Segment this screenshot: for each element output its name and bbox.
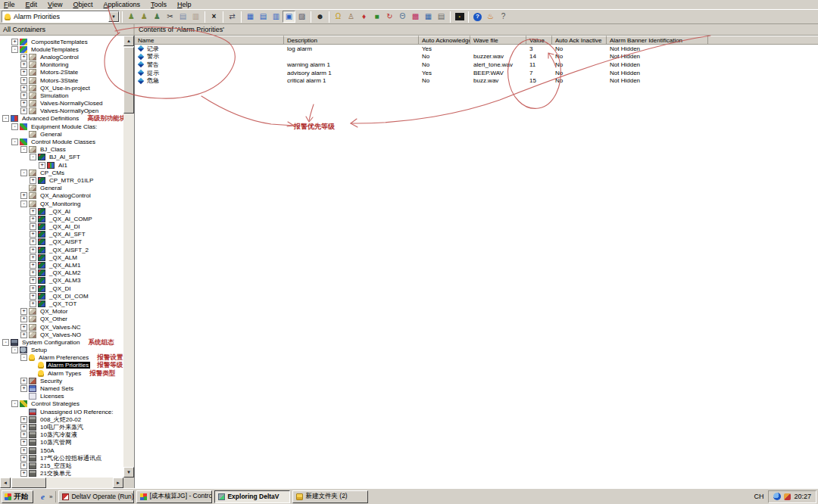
tree-item-qx-aisft[interactable]: +_QX_AISFT — [0, 238, 123, 246]
menu-item-applications[interactable]: Applications — [103, 1, 140, 9]
tree-item-system-configuration[interactable]: -System Configuration系统组态 — [0, 338, 123, 346]
menu-item-object[interactable]: Object — [73, 1, 92, 9]
collapse-icon[interactable]: - — [11, 347, 18, 353]
tree-item-alarm-priorities[interactable]: Alarm Priorities报警等级 — [0, 362, 123, 369]
package-icon[interactable]: ■ — [370, 11, 383, 23]
expand-icon[interactable]: + — [30, 223, 36, 230]
tree-item-valves-normallyclosed[interactable]: +Valves-NormallyClosed — [0, 100, 123, 107]
menu-item-view[interactable]: View — [48, 1, 62, 9]
tree-item-ai1[interactable]: +AI1 — [0, 161, 123, 169]
expand-icon[interactable]: + — [30, 269, 36, 276]
expand-icon[interactable]: + — [30, 262, 36, 269]
tree-item-qx-ai-di[interactable]: +_QX_AI_DI — [0, 223, 123, 231]
grid-red-icon[interactable]: ▩ — [409, 11, 422, 23]
column-header-description[interactable]: Description — [284, 36, 419, 45]
tree-item-named-sets[interactable]: +Named Sets — [0, 384, 123, 392]
quick-launch-expand-icon[interactable]: » — [49, 493, 52, 500]
tree-item-advanced-definitions[interactable]: -Advanced Definitions高级别功能块 — [0, 115, 123, 123]
expand-icon[interactable]: + — [20, 385, 27, 392]
download-user-icon[interactable]: ♟ — [125, 11, 138, 23]
expand-icon[interactable]: + — [30, 231, 36, 238]
collapse-icon[interactable]: - — [11, 46, 18, 53]
tree-item-qx-other[interactable]: +QX_Other — [0, 316, 123, 323]
expand-icon[interactable]: + — [20, 416, 27, 423]
tree-item-150a[interactable]: +150A — [0, 446, 123, 454]
copy-icon[interactable]: ▤ — [176, 11, 189, 23]
tree-item-qx-di[interactable]: +_QX_DI — [0, 285, 123, 292]
scroll-down-button[interactable]: ▼ — [123, 467, 134, 478]
expand-icon[interactable]: + — [30, 238, 36, 245]
expand-icon[interactable]: + — [20, 85, 27, 92]
media-icon[interactable]: ▪ — [453, 11, 466, 23]
tree-item-qx-alm1[interactable]: +_QX_ALM1 — [0, 261, 123, 269]
expand-icon[interactable]: + — [30, 177, 36, 184]
internet-explorer-icon[interactable]: e — [39, 493, 47, 501]
tree-item-qx-tot[interactable]: +_QX_TOT — [0, 300, 123, 307]
tree-item-008-20-02[interactable]: +008_火炬20-02 — [0, 415, 123, 423]
assign-user-icon[interactable]: ♟ — [151, 11, 164, 23]
tree-item-alarm-preferences[interactable]: -Alarm Preferences报警设置 — [0, 354, 123, 362]
history-icon[interactable]: ↻ — [383, 11, 396, 23]
collapse-icon[interactable]: - — [20, 170, 27, 176]
tree-item-analogcontrol[interactable]: +AnalogControl — [0, 53, 123, 61]
collapse-icon[interactable]: - — [2, 339, 9, 346]
expand-icon[interactable]: + — [30, 254, 36, 261]
expand-icon[interactable]: + — [20, 61, 27, 68]
tree-item-control-module-classes[interactable]: -Control Module Classes — [0, 138, 123, 145]
expand-icon[interactable]: + — [20, 308, 27, 315]
collapse-icon[interactable]: - — [11, 123, 18, 130]
column-header-wave-file[interactable]: Wave file — [470, 36, 526, 45]
column-header-name[interactable]: Name — [135, 36, 284, 45]
table-row-item[interactable]: 提示advisory alarm 1YesBEEP.WAV7NoNot Hidd… — [135, 69, 818, 77]
tree-item-10[interactable]: +10蒸汽管网 — [0, 439, 123, 446]
grid-blue-icon[interactable]: ▦ — [422, 11, 435, 23]
expand-icon[interactable]: + — [20, 424, 27, 431]
tree-item-bj-class[interactable]: -BJ_Class — [0, 146, 123, 154]
taskbar-button-jg-control[interactable]: [成本核算JG] - Control ... — [136, 490, 212, 503]
tree-item-valves-normallyopen[interactable]: +Valves-NormallyOpen — [0, 107, 123, 115]
tree-item-cp-mtr-01ilp[interactable]: +CP_MTR_01ILP — [0, 176, 123, 184]
taskbar-button-exploring-deltav[interactable]: Exploring DeltaV — [214, 490, 290, 503]
language-indicator[interactable]: CH — [751, 493, 766, 500]
vertical-scroll-thumb[interactable] — [123, 47, 134, 114]
expand-icon[interactable]: + — [20, 54, 27, 61]
tree-item-unassigned-i-o-reference[interactable]: Unassigned I/O Reference: — [0, 408, 123, 415]
expand-icon[interactable]: + — [30, 300, 36, 307]
expand-icon[interactable]: + — [30, 277, 36, 284]
paste-icon[interactable]: ▥ — [189, 11, 202, 23]
tree-item-qx-alm2[interactable]: +_QX_ALM2 — [0, 269, 123, 277]
help-icon[interactable]: ? — [471, 11, 484, 23]
scroll-up-button[interactable]: ▲ — [123, 36, 134, 46]
expand-icon[interactable]: + — [20, 69, 27, 76]
tree-item-monitoring[interactable]: +Monitoring — [0, 61, 123, 69]
filter-view-icon[interactable]: ▨ — [295, 11, 308, 23]
network-globe-icon[interactable] — [773, 493, 781, 500]
expand-icon[interactable]: + — [20, 462, 27, 469]
collapse-icon[interactable]: - — [20, 146, 27, 153]
tree-item-setup[interactable]: -Setup — [0, 347, 123, 354]
tree-item-general[interactable]: General — [0, 185, 123, 192]
tree-item-qx-ai-sft[interactable]: +_QX_AI_SFT — [0, 231, 123, 238]
expand-icon[interactable]: + — [20, 331, 27, 338]
expand-icon[interactable]: + — [20, 77, 27, 84]
tree-item-qx-analogcontrol[interactable]: +QX_AnalogControl — [0, 192, 123, 200]
tree-item-qx-valves-no[interactable]: +QX_Valves-NO — [0, 331, 123, 338]
tray-status-icon[interactable] — [784, 493, 791, 500]
tree-item-qx-alm[interactable]: +_QX_ALM — [0, 254, 123, 261]
swap-icon[interactable]: ⇄ — [226, 11, 239, 23]
expand-icon[interactable]: + — [20, 378, 27, 384]
expand-icon[interactable]: + — [20, 192, 27, 199]
tree-item-cp-cms[interactable]: -CP_CMs — [0, 169, 123, 176]
expand-icon[interactable]: + — [20, 100, 27, 107]
expand-icon[interactable]: + — [11, 39, 18, 45]
start-button[interactable]: 开始 — [2, 490, 33, 503]
list-view-icon[interactable]: ▥ — [270, 11, 283, 23]
tree-item-alarm-types[interactable]: Alarm Types报警类型 — [0, 369, 123, 377]
menu-item-file[interactable]: File — [4, 1, 15, 9]
expand-icon[interactable]: + — [20, 431, 27, 438]
table-row-item[interactable]: 危急critical alarm 1Nobuzz.wav15NoNot Hidd… — [135, 76, 818, 85]
expand-icon[interactable]: + — [20, 92, 27, 99]
tree-item-qx-ai-comp[interactable]: +_QX_AI_COMP — [0, 215, 123, 222]
tree-item-general[interactable]: General — [0, 130, 123, 138]
collapse-icon[interactable]: - — [2, 115, 9, 122]
